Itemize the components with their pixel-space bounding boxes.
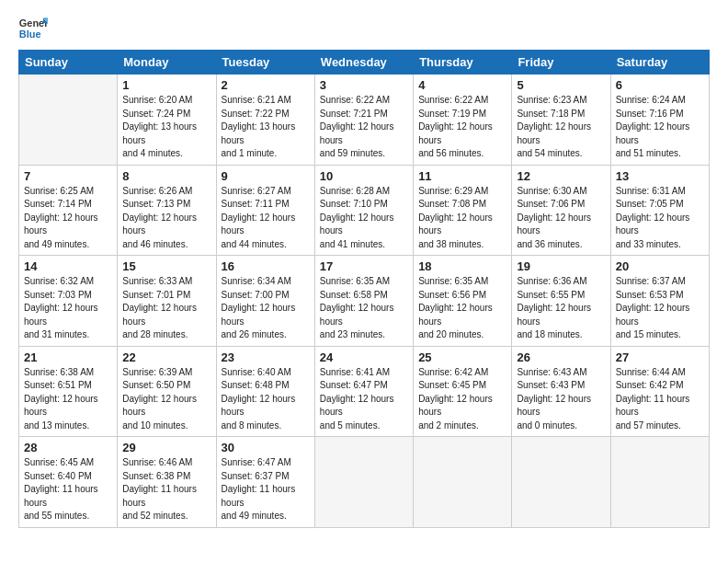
daylight-label: Daylight: 11 hours hours xyxy=(122,484,197,508)
calendar-cell: 12Sunrise: 6:30 AMSunset: 7:06 PMDayligh… xyxy=(512,165,610,256)
sunrise-label: Sunrise: 6:29 AM xyxy=(418,186,488,196)
cell-info: Sunrise: 6:30 AMSunset: 7:06 PMDaylight:… xyxy=(517,185,605,252)
sunset-label: Sunset: 6:43 PM xyxy=(517,380,585,390)
daylight-label: Daylight: 12 hours hours xyxy=(418,303,493,327)
weekday-header-saturday: Saturday xyxy=(610,51,709,75)
calendar-cell: 6Sunrise: 6:24 AMSunset: 7:16 PMDaylight… xyxy=(610,75,709,166)
sunrise-label: Sunrise: 6:24 AM xyxy=(616,95,686,105)
sunset-label: Sunset: 6:37 PM xyxy=(222,471,290,481)
calendar-cell xyxy=(314,437,413,528)
weekday-header-wednesday: Wednesday xyxy=(314,51,413,75)
daylight-cont: and 59 minutes. xyxy=(320,148,385,158)
cell-info: Sunrise: 6:45 AMSunset: 6:40 PMDaylight:… xyxy=(24,456,112,523)
daylight-cont: and 55 minutes. xyxy=(24,511,89,521)
daylight-cont: and 49 minutes. xyxy=(24,239,89,249)
weekday-header-sunday: Sunday xyxy=(19,51,118,75)
sunrise-label: Sunrise: 6:46 AM xyxy=(122,457,192,467)
cell-info: Sunrise: 6:32 AMSunset: 7:03 PMDaylight:… xyxy=(24,275,112,342)
daylight-cont: and 57 minutes. xyxy=(616,420,681,431)
day-number: 27 xyxy=(616,350,704,364)
day-number: 28 xyxy=(24,441,112,454)
sunset-label: Sunset: 7:05 PM xyxy=(616,199,684,209)
daylight-label: Daylight: 11 hours hours xyxy=(616,394,690,418)
sunrise-label: Sunrise: 6:27 AM xyxy=(222,186,291,196)
sunrise-label: Sunrise: 6:22 AM xyxy=(418,95,488,105)
calendar-cell: 4Sunrise: 6:22 AMSunset: 7:19 PMDaylight… xyxy=(414,75,512,166)
day-number: 11 xyxy=(418,169,506,183)
cell-info: Sunrise: 6:36 AMSunset: 6:55 PMDaylight:… xyxy=(517,275,605,342)
cell-info: Sunrise: 6:22 AMSunset: 7:21 PMDaylight:… xyxy=(320,94,408,161)
calendar: SundayMondayTuesdayWednesdayThursdayFrid… xyxy=(18,50,710,528)
day-number: 21 xyxy=(24,350,112,364)
day-number: 12 xyxy=(517,169,605,183)
daylight-label: Daylight: 12 hours hours xyxy=(517,121,591,145)
calendar-cell xyxy=(610,437,709,528)
calendar-cell: 27Sunrise: 6:44 AMSunset: 6:42 PMDayligh… xyxy=(610,346,709,437)
calendar-cell: 10Sunrise: 6:28 AMSunset: 7:10 PMDayligh… xyxy=(314,165,413,256)
cell-info: Sunrise: 6:28 AMSunset: 7:10 PMDaylight:… xyxy=(320,185,408,252)
sunrise-label: Sunrise: 6:32 AM xyxy=(24,276,94,286)
daylight-cont: and 44 minutes. xyxy=(222,239,287,249)
daylight-label: Daylight: 12 hours hours xyxy=(24,303,98,327)
calendar-cell: 21Sunrise: 6:38 AMSunset: 6:51 PMDayligh… xyxy=(19,346,118,437)
week-row-4: 21Sunrise: 6:38 AMSunset: 6:51 PMDayligh… xyxy=(19,346,710,437)
day-number: 13 xyxy=(616,169,704,183)
daylight-cont: and 38 minutes. xyxy=(418,239,483,249)
day-number: 8 xyxy=(122,169,210,183)
sunset-label: Sunset: 6:38 PM xyxy=(122,471,190,481)
calendar-cell: 23Sunrise: 6:40 AMSunset: 6:48 PMDayligh… xyxy=(216,346,314,437)
sunrise-label: Sunrise: 6:20 AM xyxy=(122,95,192,105)
sunset-label: Sunset: 7:08 PM xyxy=(418,199,486,209)
daylight-cont: and 13 minutes. xyxy=(24,420,89,431)
daylight-cont: and 33 minutes. xyxy=(616,239,681,249)
daylight-cont: and 23 minutes. xyxy=(320,329,385,339)
sunrise-label: Sunrise: 6:33 AM xyxy=(122,276,192,286)
day-number: 9 xyxy=(222,169,310,183)
day-number: 2 xyxy=(222,78,310,92)
cell-info: Sunrise: 6:44 AMSunset: 6:42 PMDaylight:… xyxy=(616,366,704,433)
week-row-1: 1Sunrise: 6:20 AMSunset: 7:24 PMDaylight… xyxy=(19,75,710,166)
sunrise-label: Sunrise: 6:26 AM xyxy=(122,186,192,196)
sunrise-label: Sunrise: 6:30 AM xyxy=(517,186,586,196)
cell-info: Sunrise: 6:42 AMSunset: 6:45 PMDaylight:… xyxy=(418,366,506,433)
daylight-cont: and 10 minutes. xyxy=(122,420,188,431)
cell-info: Sunrise: 6:41 AMSunset: 6:47 PMDaylight:… xyxy=(320,366,408,433)
daylight-label: Daylight: 13 hours hours xyxy=(222,121,296,145)
day-number: 26 xyxy=(517,350,605,364)
daylight-cont: and 8 minutes. xyxy=(222,420,282,431)
generalblue-icon: General Blue xyxy=(18,15,48,44)
calendar-cell: 24Sunrise: 6:41 AMSunset: 6:47 PMDayligh… xyxy=(314,346,413,437)
sunset-label: Sunset: 6:42 PM xyxy=(616,380,684,390)
sunset-label: Sunset: 6:47 PM xyxy=(320,380,388,390)
cell-info: Sunrise: 6:35 AMSunset: 6:56 PMDaylight:… xyxy=(418,275,506,342)
svg-text:Blue: Blue xyxy=(19,29,41,40)
sunrise-label: Sunrise: 6:43 AM xyxy=(517,367,586,377)
cell-info: Sunrise: 6:31 AMSunset: 7:05 PMDaylight:… xyxy=(616,185,704,252)
day-number: 23 xyxy=(222,350,310,364)
calendar-cell xyxy=(414,437,512,528)
sunset-label: Sunset: 7:03 PM xyxy=(24,290,92,300)
week-row-3: 14Sunrise: 6:32 AMSunset: 7:03 PMDayligh… xyxy=(19,256,710,347)
weekday-header-monday: Monday xyxy=(118,51,216,75)
cell-info: Sunrise: 6:24 AMSunset: 7:16 PMDaylight:… xyxy=(616,94,704,161)
page: General Blue SundayMondayTuesdayWednesda… xyxy=(0,0,728,563)
calendar-cell: 15Sunrise: 6:33 AMSunset: 7:01 PMDayligh… xyxy=(118,256,216,347)
calendar-cell: 25Sunrise: 6:42 AMSunset: 6:45 PMDayligh… xyxy=(414,346,512,437)
calendar-cell: 3Sunrise: 6:22 AMSunset: 7:21 PMDaylight… xyxy=(314,75,413,166)
daylight-label: Daylight: 13 hours hours xyxy=(122,121,197,145)
daylight-label: Daylight: 12 hours hours xyxy=(222,303,296,327)
weekday-header-friday: Friday xyxy=(512,51,610,75)
calendar-cell: 5Sunrise: 6:23 AMSunset: 7:18 PMDaylight… xyxy=(512,75,610,166)
sunrise-label: Sunrise: 6:47 AM xyxy=(222,457,291,467)
sunset-label: Sunset: 7:00 PM xyxy=(222,290,290,300)
day-number: 25 xyxy=(418,350,506,364)
daylight-cont: and 1 minute. xyxy=(222,148,278,158)
daylight-label: Daylight: 12 hours hours xyxy=(517,213,591,236)
daylight-cont: and 2 minutes. xyxy=(418,420,479,431)
daylight-label: Daylight: 12 hours hours xyxy=(122,394,197,418)
weekday-header-thursday: Thursday xyxy=(414,51,512,75)
sunset-label: Sunset: 6:58 PM xyxy=(320,290,388,300)
daylight-label: Daylight: 12 hours hours xyxy=(222,394,296,418)
sunrise-label: Sunrise: 6:35 AM xyxy=(418,276,488,286)
calendar-cell: 30Sunrise: 6:47 AMSunset: 6:37 PMDayligh… xyxy=(216,437,314,528)
